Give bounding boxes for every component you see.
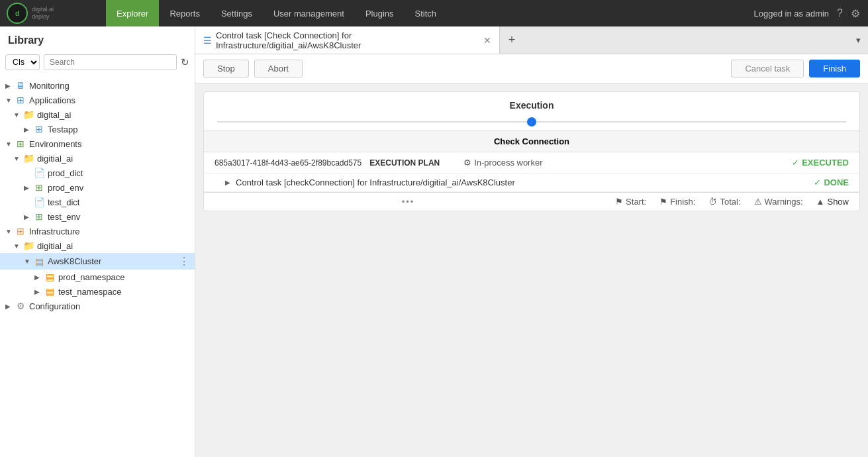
execution-sub-row: ▶ Control task [checkConnection] for Inf… — [204, 174, 859, 192]
sidebar-item-applications[interactable]: ▼ ⊞ Applications — [0, 93, 195, 107]
expand-icon: ▶ — [24, 126, 30, 133]
sidebar-item-label: Monitoring — [29, 81, 70, 91]
sidebar-item-test-dict[interactable]: ▶ 📄 test_dict — [0, 195, 195, 209]
expand-icon: ▼ — [13, 155, 20, 162]
sidebar-item-label: AwsK8Cluster — [48, 256, 101, 266]
sidebar-item-environments-digital-ai[interactable]: ▼ 📁 digitial_ai — [0, 151, 195, 166]
sidebar-item-label: test_env — [48, 212, 80, 222]
logged-in-label: Logged in as admin — [754, 9, 829, 19]
sidebar: Library CIs ↻ ▶ 🖥 Monitoring ▼ ⊞ Applica… — [0, 26, 195, 457]
start-label: Start: — [626, 197, 646, 207]
main-layout: Library CIs ↻ ▶ 🖥 Monitoring ▼ ⊞ Applica… — [0, 26, 868, 457]
cls-select[interactable]: CIs — [5, 54, 40, 70]
tab-add-button[interactable]: + — [500, 26, 524, 54]
settings-icon[interactable]: ⚙ — [851, 7, 860, 20]
sub-row-status: ✓ DONE — [814, 178, 849, 187]
tab-close-button[interactable]: ✕ — [483, 35, 491, 46]
expand-icon: ▶ — [5, 303, 12, 310]
logo-area: d digital.ai deploy — [0, 3, 106, 24]
finish-stat: ⚑ Finish: — [659, 197, 695, 207]
grid-icon: ⊞ — [33, 211, 45, 222]
show-label[interactable]: Show — [827, 197, 849, 207]
sidebar-item-prod-env[interactable]: ▶ ⊞ prod_env — [0, 180, 195, 195]
sidebar-item-test-namespace[interactable]: ▶ ▤ test_namespace — [0, 284, 195, 299]
progress-dot — [527, 117, 536, 127]
sidebar-item-configuration[interactable]: ▶ ⚙ Configuration — [0, 299, 195, 313]
grid-icon: ⊞ — [33, 182, 45, 193]
flag-start-icon: ⚑ — [615, 197, 623, 207]
sidebar-item-infrastructure-digital-ai[interactable]: ▼ 📁 digitial_ai — [0, 238, 195, 253]
sidebar-item-label: digital_ai — [37, 110, 71, 120]
sidebar-item-environments[interactable]: ▼ ⊞ Environments — [0, 136, 195, 151]
sidebar-item-testapp[interactable]: ▶ ⊞ Testapp — [0, 122, 195, 136]
status-label: EXECUTED — [802, 158, 849, 168]
sidebar-item-label: Infrastructure — [29, 227, 80, 236]
expand-icon: ▼ — [13, 111, 20, 119]
logo-text: digital.ai deploy — [32, 6, 54, 21]
file-icon: 📄 — [33, 197, 45, 207]
bars-icon: ▤ — [44, 286, 56, 297]
sidebar-item-monitoring[interactable]: ▶ 🖥 Monitoring — [0, 78, 195, 93]
context-menu-icon[interactable]: ⋮ — [179, 255, 189, 268]
total-stat: ⏱ Total: — [708, 197, 740, 207]
grid-icon: ⊞ — [15, 138, 26, 149]
execution-title: Execution — [204, 92, 859, 119]
execution-row: 685a3017-418f-4d43-ae65-2f89bcadd575 EXE… — [204, 152, 859, 174]
help-icon[interactable]: ? — [837, 7, 843, 19]
sidebar-item-prod-dict[interactable]: ▶ 📄 prod_dict — [0, 166, 195, 180]
nav-item-reports[interactable]: Reports — [159, 0, 211, 26]
sidebar-item-test-env[interactable]: ▶ ⊞ test_env — [0, 209, 195, 224]
tab-title: Control task [Check Connection] for Infr… — [216, 30, 477, 50]
nav-item-user-management[interactable]: User management — [263, 0, 355, 26]
abort-button[interactable]: Abort — [254, 60, 303, 77]
execution-worker: ⚙ In-process worker — [463, 158, 542, 168]
expand-icon: ▼ — [5, 97, 12, 104]
logo-icon: d — [7, 3, 28, 24]
expand-icon: ▼ — [5, 140, 12, 148]
sidebar-item-label: Applications — [29, 95, 75, 105]
sidebar-item-label: prod_env — [48, 183, 83, 193]
file-icon: 📄 — [33, 168, 45, 178]
sidebar-item-awsk8cluster[interactable]: ▼ ▤ AwsK8Cluster ⋮ — [0, 253, 195, 270]
active-tab[interactable]: ☰ Control task [Check Connection] for In… — [195, 26, 500, 54]
worker-label: In-process worker — [474, 158, 542, 168]
sidebar-item-label: digitial_ai — [37, 154, 73, 164]
sidebar-item-prod-namespace[interactable]: ▶ ▤ prod_namespace — [0, 270, 195, 284]
start-stat: ⚑ Start: — [615, 197, 646, 207]
total-label: Total: — [720, 197, 740, 207]
grid-icon: ⊞ — [15, 95, 26, 105]
sidebar-item-infrastructure[interactable]: ▼ ⊞ Infrastructure — [0, 224, 195, 238]
sidebar-tree: ▶ 🖥 Monitoring ▼ ⊞ Applications ▼ 📁 digi… — [0, 76, 195, 316]
warnings-label: Warnings: — [765, 197, 803, 207]
sidebar-item-label: test_dict — [48, 197, 79, 207]
expand-icon: ▶ — [5, 82, 12, 89]
sidebar-item-applications-digital-ai[interactable]: ▼ 📁 digital_ai — [0, 107, 195, 122]
gear-icon-small: ⚙ — [463, 158, 471, 168]
nav-item-explorer[interactable]: Explorer — [106, 0, 159, 26]
tab-dropdown-button[interactable]: ▾ — [848, 26, 868, 54]
library-title: Library — [0, 26, 195, 52]
show-control[interactable]: ▲ Show — [816, 197, 849, 207]
expand-sub-icon[interactable]: ▶ — [225, 179, 230, 186]
nav-item-settings[interactable]: Settings — [211, 0, 263, 26]
check-connection-title: Check Connection — [204, 131, 859, 152]
sidebar-item-label: Testapp — [48, 125, 78, 134]
monitor-icon: 🖥 — [15, 80, 26, 91]
expand-icon: ▶ — [34, 274, 41, 281]
cancel-task-button[interactable]: Cancel task — [731, 60, 804, 77]
tab-task-icon: ☰ — [203, 35, 212, 46]
finish-button[interactable]: Finish — [809, 60, 860, 77]
gear-icon: ⚙ — [15, 301, 26, 311]
bars-icon: ▤ — [33, 256, 45, 267]
grid-icon: ⊞ — [15, 226, 26, 236]
nav-right: Logged in as admin ? ⚙ — [754, 7, 868, 20]
expand-icon: ▼ — [13, 242, 20, 250]
nav-item-plugins[interactable]: Plugins — [355, 0, 405, 26]
stop-button[interactable]: Stop — [203, 60, 249, 77]
execution-section: Execution Check Connection 685a3017-418f… — [203, 91, 860, 211]
folder-icon: 📁 — [23, 153, 34, 164]
refresh-button[interactable]: ↻ — [181, 56, 189, 68]
nav-item-stitch[interactable]: Stitch — [405, 0, 448, 26]
search-input[interactable] — [44, 54, 177, 70]
progress-line — [217, 121, 846, 123]
